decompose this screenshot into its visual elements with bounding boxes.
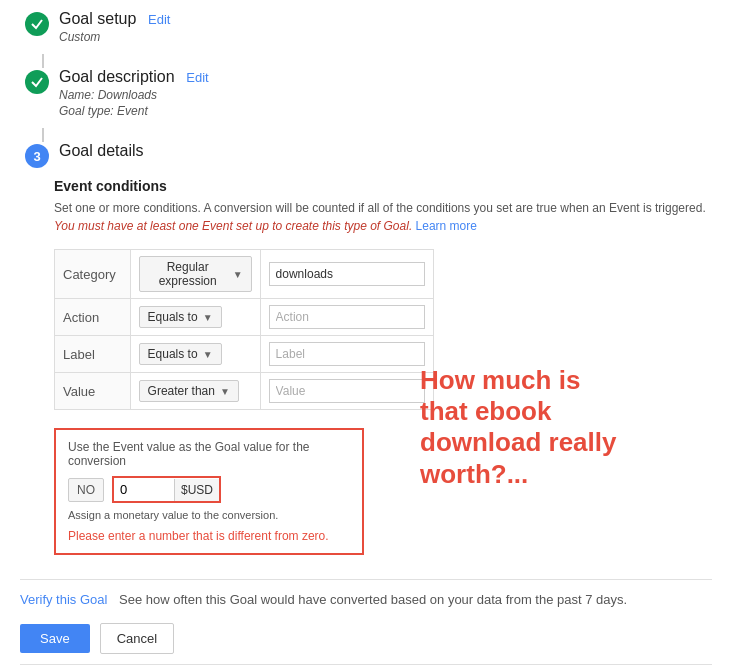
step1-content: Goal setup Edit Custom (59, 10, 712, 44)
action-dropdown-btn[interactable]: Equals to ▼ (139, 306, 222, 328)
save-button[interactable]: Save (20, 624, 90, 653)
condition-value-3[interactable] (260, 373, 433, 410)
cancel-button[interactable]: Cancel (100, 623, 174, 654)
category-dropdown-label: Regular expression (148, 260, 228, 288)
category-value-input[interactable] (269, 262, 425, 286)
condition-label-2: Label (55, 336, 131, 373)
condition-row-action: Action Equals to ▼ (55, 299, 434, 336)
annotation-line2: that ebook (420, 396, 680, 427)
connector1 (42, 54, 44, 68)
value-value-input[interactable] (269, 379, 425, 403)
condition-label-3: Value (55, 373, 131, 410)
annotation-line4: worth?... (420, 459, 680, 490)
step2-type: Goal type: Event (59, 104, 712, 118)
step2-icon (25, 70, 49, 94)
step3-row: 3 Goal details (20, 142, 712, 168)
annotation-line3: download really (420, 427, 680, 458)
condition-value-0[interactable] (260, 250, 433, 299)
step2-title: Goal description (59, 68, 175, 85)
category-dropdown-btn[interactable]: Regular expression ▼ (139, 256, 252, 292)
step1-icon (25, 12, 49, 36)
learn-more-link[interactable]: Learn more (416, 219, 477, 233)
condition-value-1[interactable] (260, 299, 433, 336)
condition-row-value: Value Greater than ▼ (55, 373, 434, 410)
value-dropdown-arrow: ▼ (220, 386, 230, 397)
value-dropdown-label: Greater than (148, 384, 215, 398)
error-text: Please enter a number that is different … (68, 529, 350, 543)
condition-row-category: Category Regular expression ▼ (55, 250, 434, 299)
action-value-input[interactable] (269, 305, 425, 329)
condition-dropdown-3[interactable]: Greater than ▼ (130, 373, 260, 410)
verify-link[interactable]: Verify this Goal (20, 592, 107, 607)
currency-label: $USD (174, 479, 219, 501)
conditions-table: Category Regular expression ▼ Action (54, 249, 434, 410)
step2-name: Name: Downloads (59, 88, 712, 102)
label-value-input[interactable] (269, 342, 425, 366)
step2-edit-link[interactable]: Edit (186, 70, 208, 85)
label-dropdown-btn[interactable]: Equals to ▼ (139, 343, 222, 365)
condition-label-0: Category (55, 250, 131, 299)
condition-dropdown-2[interactable]: Equals to ▼ (130, 336, 260, 373)
event-value-box: Use the Event value as the Goal value fo… (54, 428, 364, 555)
step3-title: Goal details (59, 142, 144, 159)
event-value-row: NO $USD (68, 476, 350, 503)
step3-content: Goal details (59, 142, 712, 160)
verify-section: Verify this Goal See how often this Goal… (20, 579, 712, 607)
step1-title: Goal setup (59, 10, 136, 27)
step1-sub: Custom (59, 30, 712, 44)
step3-icon: 3 (25, 144, 49, 168)
category-dropdown-arrow: ▼ (233, 269, 243, 280)
monetary-value-input[interactable] (114, 478, 174, 501)
action-buttons-row: Save Cancel (20, 623, 712, 654)
no-button[interactable]: NO (68, 478, 104, 502)
event-conditions-title: Event conditions (54, 178, 712, 194)
step1-edit-link[interactable]: Edit (148, 12, 170, 27)
event-value-label: Use the Event value as the Goal value fo… (68, 440, 350, 468)
label-dropdown-arrow: ▼ (203, 349, 213, 360)
event-description: Set one or more conditions. A conversion… (54, 199, 712, 235)
step2-content: Goal description Edit Name: Downloads Go… (59, 68, 712, 118)
value-dropdown-btn[interactable]: Greater than ▼ (139, 380, 239, 402)
action-dropdown-arrow: ▼ (203, 312, 213, 323)
condition-dropdown-0[interactable]: Regular expression ▼ (130, 250, 260, 299)
assign-text: Assign a monetary value to the conversio… (68, 509, 350, 521)
connector2 (42, 128, 44, 142)
desc-part1: Set one or more conditions. A conversion… (54, 201, 706, 215)
annotation-line1: How much is (420, 365, 680, 396)
verify-description: See how often this Goal would have conve… (119, 592, 627, 607)
step2-row: Goal description Edit Name: Downloads Go… (20, 68, 712, 118)
condition-row-label: Label Equals to ▼ (55, 336, 434, 373)
condition-dropdown-1[interactable]: Equals to ▼ (130, 299, 260, 336)
step1-row: Goal setup Edit Custom (20, 10, 712, 44)
action-dropdown-label: Equals to (148, 310, 198, 324)
label-dropdown-label: Equals to (148, 347, 198, 361)
condition-label-1: Action (55, 299, 131, 336)
condition-value-2[interactable] (260, 336, 433, 373)
annotation-overlay: How much is that ebook download really w… (420, 365, 680, 490)
desc-italic: You must have at least one Event set up … (54, 219, 412, 233)
value-input-wrapper: $USD (112, 476, 221, 503)
